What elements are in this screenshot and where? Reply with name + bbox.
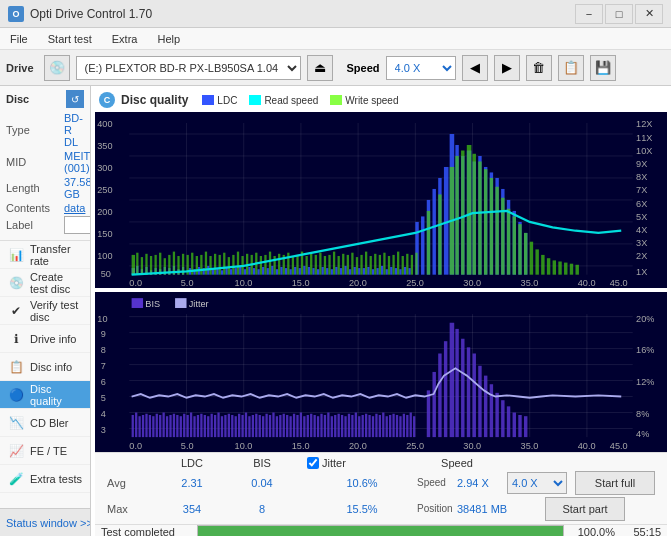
svg-rect-147 [223,253,225,275]
svg-rect-302 [314,415,316,437]
svg-rect-176 [356,257,358,275]
speed-select[interactable]: 4.0 X [386,56,456,80]
erase-btn[interactable]: 🗑 [526,55,552,81]
disc-section: Disc ↺ Type BD-R DL MID MEIT02 (001) Len… [0,86,90,241]
svg-text:12X: 12X [636,120,652,130]
copy-btn[interactable]: 📋 [558,55,584,81]
progress-bar-fill [198,526,563,536]
nav-item-extra-tests[interactable]: 🧪Extra tests [0,465,90,493]
menu-file[interactable]: File [6,31,32,47]
disc-contents-value[interactable]: data [64,202,85,214]
svg-rect-184 [392,255,394,275]
svg-rect-250 [135,412,137,437]
svg-rect-208 [541,255,544,275]
nav-item-create-test-disc[interactable]: 💿Create test disc [0,269,90,297]
svg-rect-186 [402,256,404,275]
legend-label: Write speed [345,95,398,106]
svg-rect-275 [221,416,223,437]
nav-item-fe-te[interactable]: 📈FE / TE [0,437,90,465]
nav-item-drive-info[interactable]: ℹDrive info [0,325,90,353]
svg-rect-144 [209,256,211,275]
svg-rect-264 [183,414,185,437]
svg-text:11X: 11X [636,133,652,143]
svg-rect-121 [386,269,388,274]
svg-text:8X: 8X [636,172,647,182]
svg-rect-343 [490,384,493,437]
svg-rect-256 [156,414,158,437]
speed-up-btn[interactable]: ▶ [494,55,520,81]
svg-rect-297 [296,415,298,437]
svg-rect-163 [296,255,298,275]
svg-rect-341 [478,366,481,437]
nav-label-create-test-disc: Create test disc [30,271,82,295]
speed-select-stats[interactable]: 4.0 X [507,472,567,494]
minimize-button[interactable]: − [575,4,603,24]
svg-rect-284 [252,415,254,437]
svg-rect-299 [303,416,305,437]
svg-text:40.0: 40.0 [578,278,596,288]
svg-rect-126 [408,268,410,275]
svg-rect-327 [399,416,401,437]
svg-rect-97 [421,216,424,274]
svg-text:30.0: 30.0 [463,440,481,451]
jitter-checkbox[interactable] [307,457,319,469]
disc-label-input[interactable] [64,216,91,234]
save-btn[interactable]: 💾 [590,55,616,81]
svg-rect-349 [524,416,527,437]
close-button[interactable]: ✕ [635,4,663,24]
svg-rect-67 [230,269,232,274]
svg-rect-162 [292,257,294,275]
eject-button[interactable]: ⏏ [307,55,333,81]
nav-item-disc-info[interactable]: 📋Disc info [0,353,90,381]
svg-rect-249 [132,415,134,437]
svg-rect-178 [365,252,367,275]
svg-rect-166 [310,254,312,275]
nav-label-cd-bler: CD Bler [30,417,69,429]
svg-rect-185 [397,252,399,275]
nav-item-cd-bler[interactable]: 📉CD Bler [0,409,90,437]
disc-refresh-btn[interactable]: ↺ [66,90,84,108]
svg-rect-65 [221,270,223,274]
speed-down-btn[interactable]: ◀ [462,55,488,81]
nav-item-transfer-rate[interactable]: 📊Transfer rate [0,241,90,269]
menu-help[interactable]: Help [153,31,184,47]
svg-rect-280 [238,414,240,437]
position-value: 38481 MB [457,503,537,515]
svg-text:20.0: 20.0 [349,278,367,288]
nav-item-disc-quality[interactable]: 🔵Disc quality [0,381,90,409]
svg-rect-291 [276,416,278,437]
svg-rect-127 [132,255,135,275]
svg-rect-282 [245,412,247,437]
svg-rect-68 [235,268,237,275]
svg-text:100: 100 [97,251,112,261]
svg-rect-345 [501,400,504,437]
menu-extra[interactable]: Extra [108,31,142,47]
legend-item: LDC [202,95,237,106]
svg-rect-128 [136,253,138,275]
status-window-btn[interactable]: Status window >> ▼ [0,508,91,536]
disc-label-field: Label 🔍 [6,216,84,234]
svg-rect-85 [312,268,314,275]
start-full-btn[interactable]: Start full [575,471,655,495]
drive-icon-btn[interactable]: 💿 [44,55,70,81]
svg-rect-129 [141,257,143,275]
drive-select[interactable]: (E:) PLEXTOR BD-R PX-LB950SA 1.04 [76,56,301,80]
main-content: Disc ↺ Type BD-R DL MID MEIT02 (001) Len… [0,86,671,536]
svg-text:30.0: 30.0 [463,278,481,288]
disc-mid-label: MID [6,156,64,168]
chart-header: C Disc quality LDCRead speedWrite speed [95,90,667,110]
svg-rect-179 [370,256,372,275]
disc-contents-field: Contents data [6,202,84,214]
menu-bar: File Start test Extra Help [0,28,671,50]
start-part-btn[interactable]: Start part [545,497,625,521]
nav-item-verify-test-disc[interactable]: ✔Verify test disc [0,297,90,325]
svg-rect-149 [232,255,234,275]
chart-legend: LDCRead speedWrite speed [202,95,398,106]
svg-text:10X: 10X [636,146,652,156]
menu-start-test[interactable]: Start test [44,31,96,47]
svg-rect-95 [358,268,360,275]
svg-text:15.0: 15.0 [292,278,310,288]
svg-rect-269 [200,414,202,437]
svg-rect-289 [269,415,271,437]
maximize-button[interactable]: □ [605,4,633,24]
